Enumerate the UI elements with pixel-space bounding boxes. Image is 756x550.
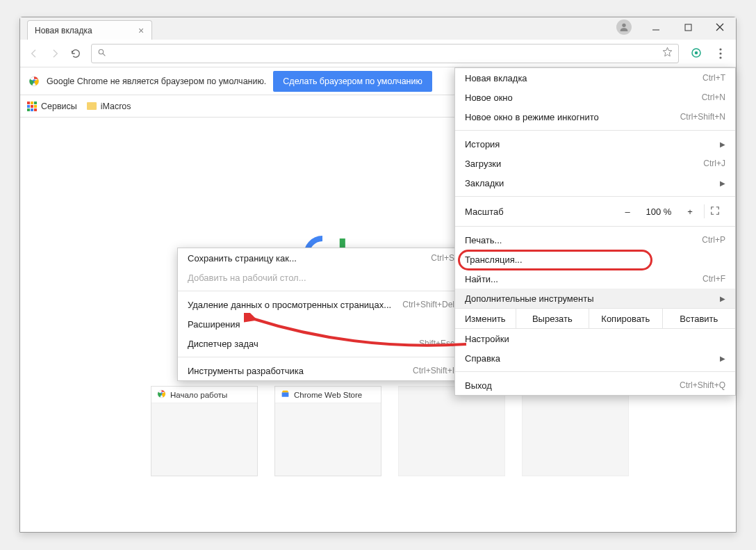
svg-rect-2 [685, 24, 691, 31]
reload-button[interactable] [67, 45, 84, 62]
svg-point-0 [622, 24, 625, 27]
menu-new-tab[interactable]: Новая вкладкаCtrl+T [455, 68, 735, 88]
close-icon[interactable]: × [138, 27, 145, 34]
apps-shortcut[interactable]: Сервисы [27, 102, 77, 111]
fullscreen-icon[interactable] [705, 206, 725, 218]
bookmark-star-icon[interactable] [662, 47, 673, 60]
chrome-main-menu: Новая вкладкаCtrl+T Новое окноCtrl+N Нов… [454, 67, 736, 396]
search-icon [97, 47, 106, 60]
zoom-value: 100 % [641, 207, 676, 217]
menu-history[interactable]: История▶ [455, 134, 735, 154]
svg-rect-17 [282, 392, 289, 397]
submenu-extensions[interactable]: Расширения [178, 314, 464, 334]
thumb-getting-started[interactable]: Начало работы [151, 386, 258, 476]
chrome-icon [157, 389, 166, 400]
tab-new[interactable]: Новая вкладка × [27, 20, 152, 40]
zoom-in-button[interactable]: + [676, 207, 704, 217]
submenu-save-page-as[interactable]: Сохранить страницу как...Ctrl+S [178, 248, 464, 268]
tab-title: Новая вкладка [35, 26, 138, 35]
submenu-add-to-desktop: Добавить на рабочий стол... [178, 268, 464, 287]
folder-icon [87, 102, 97, 110]
svg-point-9 [719, 48, 721, 50]
chevron-right-icon: ▶ [720, 355, 725, 362]
submenu-dev-tools[interactable]: Инструменты разработчикаCtrl+Shift+I [178, 361, 464, 380]
webstore-icon [281, 389, 290, 400]
thumb-label: Начало работы [170, 391, 227, 399]
edit-cut[interactable]: Вырезать [516, 309, 589, 328]
back-button[interactable] [26, 45, 42, 62]
infobar-text: Google Chrome не является браузером по у… [47, 76, 266, 86]
profile-icon[interactable] [616, 19, 632, 35]
submenu-task-manager[interactable]: Диспетчер задачShift+Esc [178, 334, 464, 353]
svg-point-10 [719, 52, 721, 54]
edit-copy[interactable]: Копировать [589, 309, 662, 328]
svg-point-8 [695, 51, 698, 54]
chrome-icon [28, 76, 40, 87]
thumb-label: Chrome Web Store [294, 391, 362, 399]
chevron-right-icon: ▶ [720, 140, 725, 148]
menu-edit-row: Изменить Вырезать Копировать Вставить [455, 308, 735, 329]
main-menu-button[interactable] [711, 44, 730, 63]
menu-more-tools[interactable]: Дополнительные инструменты▶ [455, 289, 735, 308]
menu-new-window[interactable]: Новое окноCtrl+N [455, 88, 735, 107]
bookmark-folder-imacros[interactable]: iMacros [87, 102, 131, 111]
extension-icon[interactable] [690, 47, 704, 60]
close-window-button[interactable] [704, 17, 736, 37]
toolbar [20, 40, 736, 67]
url-input[interactable] [110, 48, 658, 58]
menu-zoom: Масштаб – 100 % + [455, 200, 735, 223]
thumb-empty[interactable] [398, 386, 505, 476]
menu-bookmarks[interactable]: Закладки▶ [455, 173, 735, 193]
zoom-out-button[interactable]: – [614, 207, 641, 217]
menu-incognito[interactable]: Новое окно в режиме инкогнитоCtrl+Shift+… [455, 107, 735, 127]
forward-button[interactable] [47, 45, 63, 62]
chevron-right-icon: ▶ [720, 295, 725, 302]
menu-exit[interactable]: ВыходCtrl+Shift+Q [455, 375, 735, 395]
edit-paste[interactable]: Вставить [662, 309, 735, 328]
maximize-button[interactable] [672, 17, 704, 37]
more-tools-submenu: Сохранить страницу как...Ctrl+S Добавить… [177, 248, 465, 381]
set-default-button[interactable]: Сделать браузером по умолчанию [273, 71, 432, 92]
thumb-empty[interactable] [522, 386, 629, 476]
apps-icon [27, 102, 37, 111]
menu-print[interactable]: Печать...Ctrl+P [455, 230, 735, 250]
menu-find[interactable]: Найти...Ctrl+F [455, 269, 735, 289]
chevron-right-icon: ▶ [720, 179, 725, 187]
svg-point-11 [719, 56, 721, 58]
apps-label: Сервисы [41, 102, 77, 111]
menu-help[interactable]: Справка▶ [455, 348, 735, 368]
window-controls [616, 17, 736, 37]
menu-settings[interactable]: Настройки [455, 329, 735, 348]
menu-cast[interactable]: Трансляция... [455, 250, 735, 269]
mv-thumbnails: Начало работы Chrome Web Store [151, 386, 629, 476]
submenu-clear-browsing-data[interactable]: Удаление данных о просмотренных страница… [178, 295, 464, 314]
folder-label: iMacros [101, 102, 131, 111]
browser-window: Новая вкладка × [19, 17, 737, 533]
omnibox[interactable] [91, 44, 679, 63]
svg-point-5 [99, 49, 104, 54]
tab-bar: Новая вкладка × [20, 17, 736, 40]
minimize-button[interactable] [640, 17, 672, 37]
thumb-web-store[interactable]: Chrome Web Store [274, 386, 381, 476]
svg-line-6 [103, 54, 105, 56]
menu-downloads[interactable]: ЗагрузкиCtrl+J [455, 154, 735, 173]
